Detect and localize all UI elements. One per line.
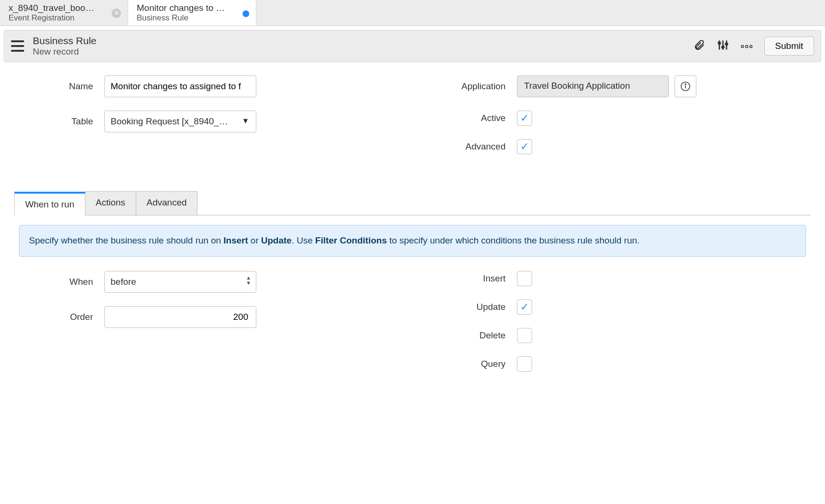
update-checkbox[interactable]: ✓ [517, 299, 532, 315]
submit-button[interactable]: Submit [764, 37, 814, 56]
order-label: Order [14, 312, 104, 322]
doc-tab-title: x_8940_travel_book… [9, 3, 99, 13]
tab-when-to-run[interactable]: When to run [14, 192, 85, 215]
dropdown-caret-icon: ▼ [242, 117, 249, 125]
when-label: When [14, 277, 104, 287]
name-label: Name [14, 81, 104, 92]
form-header-bar: Business Rule New record Submit [4, 30, 821, 62]
table-select[interactable]: Booking Request [x_8940_… ▼ [104, 111, 256, 132]
application-readonly: Travel Booking Application [517, 75, 669, 97]
attachments-icon[interactable] [693, 39, 705, 54]
form-body: Name Table Booking Request [x_8940_… ▼ A… [0, 66, 825, 172]
close-tab-icon[interactable]: ✕ [112, 9, 121, 18]
unsaved-dot-icon [243, 10, 249, 17]
tab-actions[interactable]: Actions [85, 191, 136, 215]
update-label: Update [427, 302, 517, 312]
application-info-button[interactable] [675, 75, 696, 97]
settings-icon[interactable] [717, 39, 729, 54]
more-actions-icon[interactable] [741, 41, 753, 51]
insert-label: Insert [427, 273, 517, 284]
tab-advanced[interactable]: Advanced [136, 191, 198, 215]
header-titles: Business Rule New record [33, 35, 693, 57]
table-select-value: Booking Request [x_8940_… [111, 116, 228, 126]
record-state: New record [33, 47, 693, 57]
svg-point-11 [685, 84, 686, 85]
doc-tab-title: Monitor changes to … [137, 3, 227, 13]
when-select[interactable]: before ▲▼ [104, 271, 256, 293]
advanced-checkbox[interactable]: ✓ [517, 139, 532, 154]
delete-label: Delete [427, 330, 517, 341]
when-select-value: before [111, 277, 136, 287]
doc-tab-1[interactable]: Monitor changes to … Business Rule [128, 0, 256, 26]
doc-tab-strip: x_8940_travel_book… Event Registration ✕… [0, 0, 825, 26]
delete-checkbox[interactable] [517, 328, 532, 343]
doc-tab-subtitle: Event Registration [9, 13, 120, 23]
query-label: Query [427, 359, 517, 369]
name-input[interactable] [104, 75, 256, 97]
order-input[interactable] [104, 306, 256, 328]
application-label: Application [427, 81, 517, 92]
when-to-run-info-banner: Specify whether the business rule should… [19, 225, 806, 257]
stepper-caret-icon: ▲▼ [246, 275, 251, 286]
svg-point-3 [718, 42, 720, 44]
doc-tab-0[interactable]: x_8940_travel_book… Event Registration ✕ [0, 0, 128, 26]
active-label: Active [427, 113, 517, 123]
active-checkbox[interactable]: ✓ [517, 111, 532, 126]
svg-point-6 [741, 46, 743, 48]
svg-point-8 [750, 46, 752, 48]
insert-checkbox[interactable] [517, 271, 532, 286]
query-checkbox[interactable] [517, 356, 532, 372]
record-type: Business Rule [33, 35, 693, 47]
svg-point-4 [722, 46, 724, 48]
when-to-run-form: When before ▲▼ Order Insert Update ✓ Del… [0, 266, 825, 399]
advanced-label: Advanced [427, 141, 517, 152]
table-label: Table [14, 116, 104, 127]
form-menu-icon[interactable] [11, 40, 24, 52]
section-tab-strip: When to run Actions Advanced [14, 191, 811, 215]
doc-tab-subtitle: Business Rule [137, 13, 248, 23]
svg-point-5 [725, 43, 727, 45]
svg-point-7 [745, 46, 748, 48]
